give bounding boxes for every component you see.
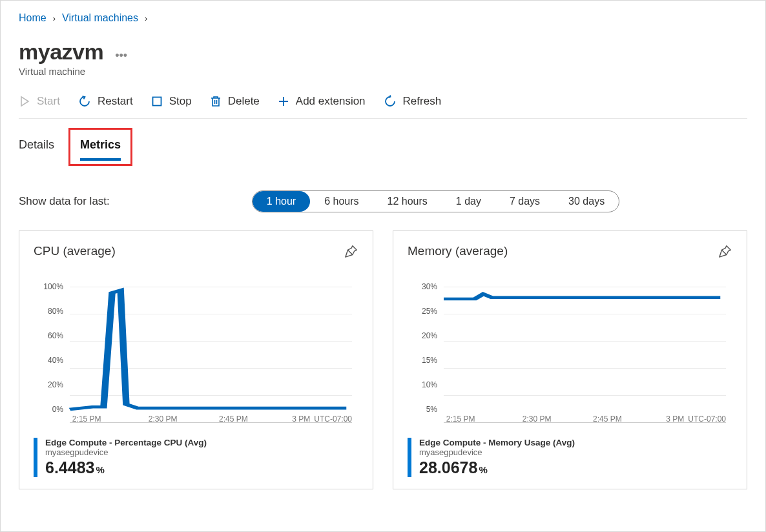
trash-icon [210, 95, 222, 108]
chevron-right-icon: › [145, 14, 147, 23]
tabs: Details Metrics [19, 136, 747, 161]
delete-button[interactable]: Delete [210, 95, 260, 108]
y-tick: 0% [34, 405, 63, 414]
breadcrumb-vms[interactable]: Virtual machines [62, 12, 138, 24]
svg-rect-0 [152, 97, 161, 106]
toolbar-label: Add extension [296, 95, 366, 108]
timerange-selector: 1 hour 6 hours 12 hours 1 day 7 days 30 … [252, 190, 619, 212]
pin-icon[interactable] [718, 244, 732, 258]
restart-button[interactable]: Restart [78, 95, 133, 108]
x-tick: 2:30 PM [149, 414, 178, 424]
cpu-series-line [70, 291, 346, 409]
y-tick: 100% [34, 282, 63, 291]
x-tick: 3 PM [666, 414, 684, 424]
toolbar-label: Refresh [403, 95, 442, 108]
chevron-right-icon: › [53, 14, 56, 23]
stop-icon [151, 96, 163, 107]
legend-device: myasegpudevice [45, 447, 207, 457]
toolbar-label: Restart [98, 95, 133, 108]
legend-device: myasegpudevice [419, 447, 575, 457]
plus-icon [278, 96, 289, 107]
metric-card-title: Memory (average) [408, 244, 508, 258]
timerange-12hours[interactable]: 12 hours [373, 191, 442, 212]
metric-card-cpu: CPU (average) 100% 80% 60% 40% 20% 0% 2:… [19, 230, 373, 489]
x-tick: 2:15 PM [72, 414, 101, 424]
x-tick: 2:45 PM [593, 414, 622, 424]
y-tick: 25% [408, 307, 437, 316]
x-tick: 2:30 PM [523, 414, 552, 424]
toolbar-label: Start [37, 95, 60, 108]
breadcrumb: Home › Virtual machines › [19, 12, 747, 24]
y-tick: 15% [408, 356, 437, 365]
start-button: Start [19, 95, 60, 108]
y-tick: 20% [34, 380, 63, 389]
legend-series-name: Edge Compute - Percentage CPU (Avg) [45, 438, 207, 447]
toolbar: Start Restart Stop Delete Add extension … [19, 95, 747, 119]
x-tick: 2:45 PM [219, 414, 248, 424]
y-tick: 10% [408, 380, 437, 389]
restart-icon [78, 95, 91, 108]
stop-button[interactable]: Stop [151, 95, 192, 108]
more-icon[interactable]: ••• [115, 49, 127, 63]
x-tick-tz: UTC-07:00 [314, 414, 352, 424]
metric-card-memory: Memory (average) 30% 25% 20% 15% 10% 5% … [393, 230, 747, 489]
page-subtitle: Virtual machine [19, 66, 747, 77]
cpu-chart: 100% 80% 60% 40% 20% 0% 2:15 PM 2:30 PM … [34, 287, 358, 422]
legend-color-bar [34, 438, 37, 477]
y-tick: 5% [408, 405, 437, 414]
x-tick: 3 PM [292, 414, 310, 424]
y-tick: 60% [34, 331, 63, 340]
refresh-icon [384, 95, 397, 108]
cpu-legend: Edge Compute - Percentage CPU (Avg) myas… [34, 438, 358, 477]
legend-series-name: Edge Compute - Memory Usage (Avg) [419, 438, 575, 447]
legend-value: 28.0678% [419, 458, 575, 477]
legend-color-bar [408, 438, 411, 477]
tab-metrics[interactable]: Metrics [80, 136, 121, 161]
timerange-30days[interactable]: 30 days [554, 191, 619, 212]
timerange-1day[interactable]: 1 day [442, 191, 495, 212]
metric-card-title: CPU (average) [34, 244, 116, 258]
play-icon [19, 96, 30, 107]
timerange-7days[interactable]: 7 days [495, 191, 554, 212]
timerange-label: Show data for last: [19, 195, 110, 208]
y-tick: 40% [34, 356, 63, 365]
memory-series-line [444, 294, 720, 299]
memory-legend: Edge Compute - Memory Usage (Avg) myaseg… [408, 438, 732, 477]
pin-icon[interactable] [344, 244, 358, 258]
breadcrumb-home[interactable]: Home [19, 12, 47, 24]
timerange-6hours[interactable]: 6 hours [310, 191, 373, 212]
memory-chart: 30% 25% 20% 15% 10% 5% 2:15 PM 2:30 PM 2… [408, 287, 732, 422]
tab-details[interactable]: Details [19, 136, 54, 161]
y-tick: 30% [408, 282, 437, 291]
x-tick-tz: UTC-07:00 [688, 414, 726, 424]
y-tick: 80% [34, 307, 63, 316]
page-title: myazvm [19, 39, 103, 65]
legend-value: 6.4483% [45, 458, 207, 477]
add-extension-button[interactable]: Add extension [278, 95, 366, 108]
timerange-1hour[interactable]: 1 hour [253, 191, 310, 212]
x-tick: 2:15 PM [446, 414, 475, 424]
toolbar-label: Delete [228, 95, 260, 108]
refresh-button[interactable]: Refresh [384, 95, 442, 108]
y-tick: 20% [408, 331, 437, 340]
toolbar-label: Stop [169, 95, 192, 108]
